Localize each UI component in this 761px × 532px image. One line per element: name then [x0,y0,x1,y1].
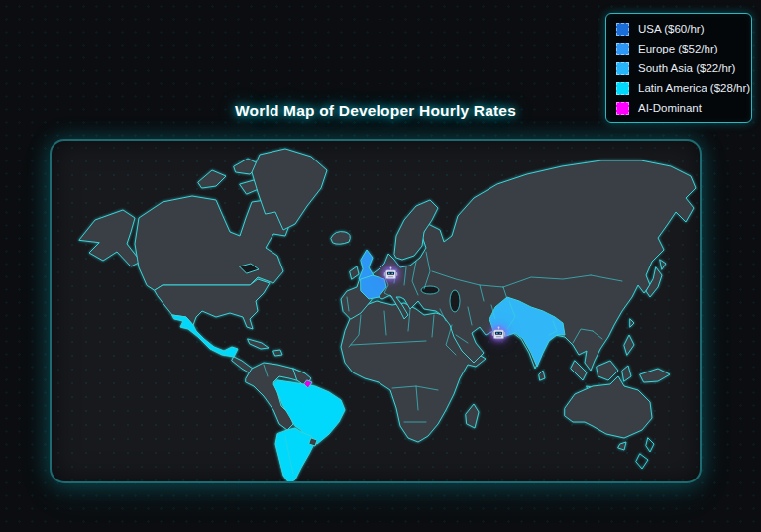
legend-label-ai-dominant: AI-Dominant [638,102,702,114]
legend-label-europe: Europe ($52/hr) [638,43,718,54]
legend-item-ai-dominant[interactable]: AI-Dominant [616,101,741,115]
legend-swatch-south-asia [616,62,629,75]
legend-item-south-asia[interactable]: South Asia ($22/hr) [616,61,741,75]
robot-icon-india[interactable] [491,326,506,341]
legend-item-latin-america[interactable]: Latin America ($28/hr) [616,81,741,95]
legend: USA ($60/hr) Europe ($52/hr) South Asia … [605,13,752,123]
legend-swatch-europe [616,43,629,55]
legend-item-usa[interactable]: USA ($60/hr) [616,22,741,36]
world-map [52,141,702,483]
page-background: World Map of Developer Hourly Rates USA … [0,0,761,532]
legend-label-south-asia: South Asia ($22/hr) [638,62,735,74]
legend-swatch-latin-america [616,82,629,95]
legend-item-europe[interactable]: Europe ($52/hr) [616,42,741,55]
chart-title: World Map of Developer Hourly Rates [50,102,702,120]
legend-label-latin-america: Latin America ($28/hr) [638,82,750,94]
map-layer [79,149,696,483]
legend-swatch-ai-dominant [616,102,629,115]
legend-label-usa: USA ($60/hr) [638,23,704,35]
robot-icon-europe[interactable] [383,266,398,281]
world-map-panel [50,139,702,483]
legend-swatch-usa [616,23,629,36]
